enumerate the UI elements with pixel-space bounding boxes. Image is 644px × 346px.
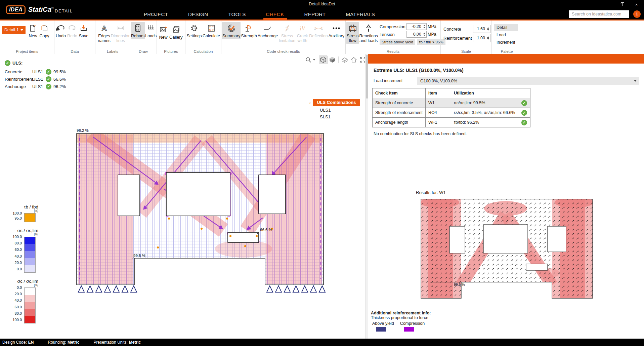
additional-info-subtitle: Thickness proportional to force xyxy=(371,315,431,320)
concrete-max-label: 99.5 % xyxy=(133,254,145,258)
concrete-scale-input[interactable]: 1.60 xyxy=(473,25,490,33)
compression-label: Compression xyxy=(380,24,406,29)
table-row[interactable]: Strength of concrete W1 σc/σc,lim: 99.5%… xyxy=(373,98,530,108)
ribbon: Detail-1 New Copy Project items Undo Red… xyxy=(0,21,644,54)
tree-collapse-chevron-icon[interactable]: ⌄ xyxy=(308,100,311,105)
wireframe-view-button[interactable] xyxy=(319,55,328,64)
menu-report[interactable]: REPORT xyxy=(302,9,329,20)
group-label-project-items: Project items xyxy=(0,49,54,53)
menu-tools[interactable]: TOOLS xyxy=(225,9,248,20)
new-picture-button[interactable]: New xyxy=(158,23,169,41)
crack-width-button: Crack width xyxy=(296,22,309,44)
logo-text: IDEA xyxy=(9,7,23,13)
rebars-button[interactable]: Rebars xyxy=(131,22,145,39)
stress-flow-icon xyxy=(347,23,358,34)
new-picture-icon xyxy=(158,24,169,35)
auxiliary-button[interactable]: Auxiliary xyxy=(328,22,345,39)
compression-input[interactable]: -0.20 xyxy=(406,23,427,30)
canvas-scrollbar[interactable] xyxy=(365,54,368,339)
minimize-button[interactable]: — xyxy=(599,0,614,9)
palette-increment-button[interactable]: Increment xyxy=(494,39,518,46)
gallery-button[interactable]: Gallery xyxy=(169,23,183,41)
reactions-loads-button[interactable]: Reactions and loads xyxy=(359,22,378,44)
loads-icon xyxy=(145,23,156,34)
group-label-data: Data xyxy=(54,49,95,53)
strength-button[interactable]: Strength xyxy=(241,22,257,39)
redo-icon xyxy=(67,23,78,34)
close-button[interactable]: × xyxy=(629,0,644,9)
help-button[interactable]: i xyxy=(633,10,641,18)
ribbon-group-data: Undo Redo Save Data xyxy=(54,21,95,54)
tree-item-uls1[interactable]: ULS1 xyxy=(320,108,360,113)
copy-icon xyxy=(39,23,50,34)
fit-view-button[interactable] xyxy=(358,55,365,64)
additional-info-title: Additional reinforcement info: xyxy=(371,311,431,315)
spinner-icon[interactable] xyxy=(422,25,426,28)
scrollbar-thumb[interactable] xyxy=(366,55,368,99)
uls-summary-row-concrete: ConcreteULS1✓99.5% xyxy=(5,68,66,75)
check-ok-icon: ✓ xyxy=(46,76,51,82)
menu-check[interactable]: CHECK xyxy=(263,9,287,20)
home-icon xyxy=(350,56,358,64)
stress-flow-button[interactable]: Stress flow xyxy=(346,22,359,44)
concrete-results-plot[interactable]: 99.5 % xyxy=(420,197,593,303)
restore-icon xyxy=(620,3,623,6)
tension-label: Tension xyxy=(380,32,406,37)
spinner-icon[interactable] xyxy=(422,33,426,36)
stress-above-yield-toggle[interactable]: Stress above yield xyxy=(380,39,415,45)
tree-item-sls1[interactable]: SLS1 xyxy=(320,114,360,119)
table-row[interactable]: Strength of reinforcement RO4 εs/εs,lim:… xyxy=(373,108,530,118)
settings-button[interactable]: Settings xyxy=(186,22,202,39)
menu-materials[interactable]: MATERIALS xyxy=(343,9,378,20)
palette-detail-button[interactable]: Detail xyxy=(494,24,518,31)
col-status xyxy=(518,88,530,98)
copy-button[interactable]: Copy xyxy=(39,22,50,39)
section-view-button[interactable] xyxy=(340,55,349,64)
zoom-button[interactable] xyxy=(304,55,313,64)
new-project-item-button[interactable]: New xyxy=(27,22,39,39)
uls-summary-row-anchorage: AnchorageULS1✓96.2% xyxy=(5,83,66,90)
redo-button: Redo xyxy=(67,22,78,39)
detail-selector[interactable]: Detail-1 xyxy=(2,26,26,34)
undo-button[interactable]: Undo xyxy=(55,22,67,39)
restore-button[interactable] xyxy=(614,0,629,9)
brand-name: StatiCa® xyxy=(28,6,54,13)
menu-project[interactable]: PROJECT xyxy=(141,9,171,20)
ribbon-group-project-items: Detail-1 New Copy Project items xyxy=(0,21,54,54)
uls-summary-title: ULS: xyxy=(12,61,23,66)
anchorage-button[interactable]: Anchorage xyxy=(257,22,278,39)
letter-a-icon xyxy=(99,23,110,34)
legend-anchorage: τb / fbd [%] 100.095.0 xyxy=(7,204,39,222)
stress-flow-plot[interactable]: 96.2 % 66.6 % 99.5 % xyxy=(57,128,336,296)
tree-root-uls-combinations[interactable]: ULS Combinations xyxy=(313,99,359,106)
spinner-icon[interactable] xyxy=(486,27,490,31)
save-button[interactable]: Save xyxy=(78,22,89,39)
toolbar-separator xyxy=(317,56,317,63)
stress-limitation-icon xyxy=(282,23,293,34)
edges-names-button[interactable]: Edges names xyxy=(96,22,112,44)
loads-button[interactable]: Loads xyxy=(145,22,157,39)
model-canvas[interactable]: ✓ULS: ConcreteULS1✓99.5% ReinforcementUL… xyxy=(0,54,365,339)
title-bar: IDEA StatiCa® DETAIL Detail.ideaDet — × … xyxy=(0,0,644,21)
palette-load-button[interactable]: Load xyxy=(494,31,518,38)
home-view-button[interactable] xyxy=(349,55,358,64)
solid-view-button[interactable] xyxy=(328,55,337,64)
status-bar: Design Code:EN Rounding:Metric Presentat… xyxy=(0,339,644,346)
sls-note: No combination for SLS checks has been d… xyxy=(374,131,467,136)
above-yield-swatch xyxy=(376,327,386,332)
zoom-dropdown-chevron-icon[interactable] xyxy=(313,59,315,61)
calculate-button[interactable]: Calculate xyxy=(202,22,220,39)
reinforcement-scale-input[interactable]: 1.00 xyxy=(473,34,490,42)
status-rounding: Rounding:Metric xyxy=(48,340,79,345)
spinner-icon[interactable] xyxy=(486,36,490,40)
ribbon-group-scale: Concrete 1.60 Reinforcement 1.00 Scale xyxy=(441,21,492,54)
deflection-icon xyxy=(313,23,324,34)
load-increment-dropdown[interactable]: G100.0%, V100.0% xyxy=(417,77,639,85)
search-input[interactable] xyxy=(569,12,627,16)
undo-icon xyxy=(55,23,66,34)
summary-button[interactable]: Summary xyxy=(222,22,241,39)
extreme-uls-header: Extreme ULS: ULS1 (G100.0%, V100.0%) xyxy=(374,68,464,73)
table-row[interactable]: Anchorage length WF1 τb/fbd: 96.2% ✓ xyxy=(373,118,530,127)
menu-design[interactable]: DESIGN xyxy=(185,9,211,20)
tension-input[interactable]: 0.00 xyxy=(406,31,427,38)
